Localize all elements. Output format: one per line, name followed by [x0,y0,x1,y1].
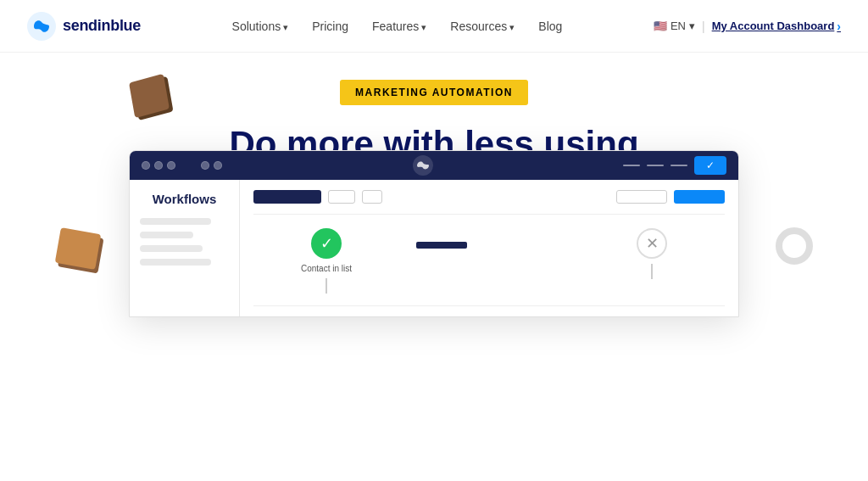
dot-2 [154,161,163,170]
dash-line-1 [623,165,640,166]
dash-content: Workflows [130,180,738,316]
language-selector[interactable]: 🇺🇸 EN ▾ [654,20,695,32]
node-x: ✕ [579,228,725,279]
pricing-link[interactable]: Pricing [312,20,348,33]
outline-block-lg [616,190,667,204]
dot-3 [167,161,175,170]
blue-block [674,190,725,204]
nav-item-solutions[interactable]: Solutions [232,19,289,34]
dash-line-3 [670,165,687,166]
sidebar-lines [140,218,229,266]
dash-line-2 [647,165,664,166]
dash-center-logo [413,155,433,176]
marketing-badge: MARKETING AUTOMATION [340,80,528,105]
logo[interactable]: sendinblue [27,12,141,41]
dash-main: ✓ Contact in list ✕ [240,180,738,316]
dash-row-top [253,190,725,215]
nav-item-resources[interactable]: Resources [450,19,515,34]
flow-dark-line [416,242,467,249]
sendinblue-logo-icon [27,12,56,41]
nav-item-features[interactable]: Features [372,19,426,34]
node-line-v [326,278,327,294]
decorative-block-bottomleft [55,227,102,270]
features-link[interactable]: Features [372,20,426,33]
dot-4 [201,161,209,170]
dash-sidebar: Workflows [130,180,240,316]
node-contact-label: Contact in list [301,264,352,273]
nav-item-pricing[interactable]: Pricing [312,19,348,34]
dash-right-controls: ✓ [623,156,726,175]
outline-block-1 [328,190,355,204]
dash-logo-svg [413,155,433,176]
nav-menu: Solutions Pricing Features Resources Blo… [232,19,563,34]
sidebar-line-2 [140,232,193,238]
nav-right: 🇺🇸 EN ▾ | My Account Dashboard › [654,20,841,33]
dark-block [253,190,321,204]
resources-link[interactable]: Resources [450,20,515,33]
workflows-label: Workflows [140,192,229,206]
account-dashboard-link[interactable]: My Account Dashboard › [712,20,841,33]
dot-5 [214,161,222,170]
outline-block-2 [362,190,382,204]
sidebar-line-4 [140,259,211,266]
dot-1 [142,161,150,170]
dash-titlebar: ✓ [130,151,738,180]
brand-name: sendinblue [63,17,141,35]
dash-save-button[interactable]: ✓ [694,156,726,175]
nav-item-blog[interactable]: Blog [538,19,562,34]
red-x-circle: ✕ [637,228,667,259]
arrow-icon: › [837,20,841,33]
window-controls [142,161,222,170]
dash-flow-row: ✓ Contact in list ✕ [253,228,725,306]
node-contact: ✓ Contact in list [253,228,399,294]
node-line-v-2 [651,264,653,279]
blog-link[interactable]: Blog [538,20,562,33]
dashboard-mockup: ✓ Workflows [129,150,739,317]
hero-section: MARKETING AUTOMATION Do more with less u… [0,53,868,300]
decorative-circle-bottomright [776,227,813,265]
green-check-circle: ✓ [311,228,342,259]
decorative-block-topleft [129,74,170,118]
solutions-link[interactable]: Solutions [232,20,289,33]
sidebar-line-3 [140,245,203,252]
sidebar-line-1 [140,218,211,225]
flow-line-center [416,228,562,249]
navbar: sendinblue Solutions Pricing Features Re… [0,0,868,53]
